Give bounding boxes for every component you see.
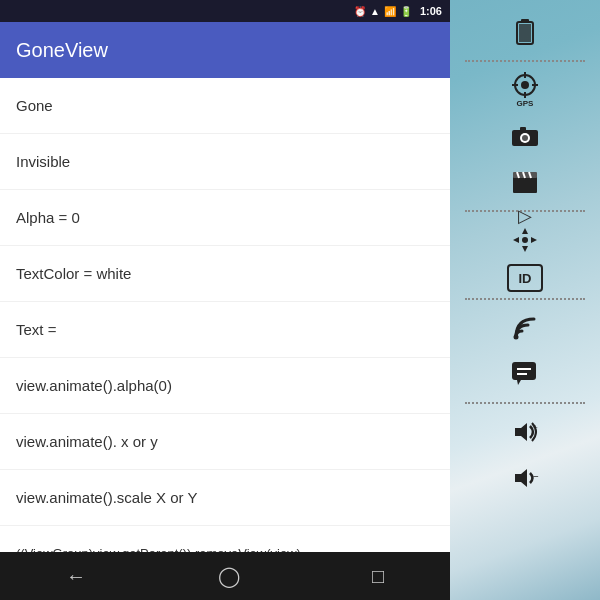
move-icon[interactable] [503, 218, 547, 262]
svg-marker-28 [515, 423, 527, 441]
status-bar: ⏰ ▲ 📶 🔋 1:06 [0, 0, 450, 22]
svg-marker-20 [513, 237, 519, 243]
svg-marker-21 [531, 237, 537, 243]
list-item: Invisible [0, 134, 450, 190]
phone-content: GoneView Gone Invisible Alpha = 0 TextCo… [0, 0, 450, 570]
back-button[interactable]: ← [66, 565, 86, 588]
wifi-icon: ▲ [370, 6, 380, 17]
list-item-text-eq: Text = [0, 302, 450, 358]
id-label: ID [519, 271, 532, 286]
svg-point-11 [522, 135, 528, 141]
home-button[interactable]: ◯ [218, 564, 240, 588]
chat-icon[interactable] [503, 352, 547, 396]
separator-1 [465, 60, 585, 62]
list-item: view.animate(). x or y [0, 414, 450, 470]
svg-rect-1 [521, 19, 529, 23]
recent-button[interactable]: □ [372, 565, 384, 588]
svg-point-22 [522, 237, 528, 243]
svg-point-4 [521, 81, 529, 89]
list-item: TextColor = white [0, 246, 450, 302]
volume-down-icon[interactable]: − [503, 456, 547, 500]
svg-marker-19 [522, 246, 528, 252]
rss-icon[interactable] [503, 306, 547, 350]
battery-status-icon: 🔋 [400, 6, 412, 17]
svg-marker-25 [517, 380, 521, 385]
svg-text:−: − [533, 471, 539, 482]
app-bar: GoneView [0, 22, 450, 78]
svg-rect-2 [519, 24, 531, 42]
gps-icon[interactable]: GPS [503, 68, 547, 112]
alarm-icon: ⏰ [354, 6, 366, 17]
svg-marker-18 [522, 228, 528, 234]
svg-rect-12 [520, 127, 526, 131]
right-sidebar: GPS ID [450, 0, 600, 600]
gps-label: GPS [517, 99, 534, 108]
app-title: GoneView [16, 39, 108, 62]
volume-up-icon[interactable]: + [503, 410, 547, 454]
separator-4 [465, 402, 585, 404]
battery-icon[interactable] [503, 10, 547, 54]
clapboard-icon[interactable] [503, 160, 547, 204]
camera-icon[interactable] [503, 114, 547, 158]
id-icon[interactable]: ID [507, 264, 543, 292]
list-item: view.animate().alpha(0) [0, 358, 450, 414]
svg-marker-30 [515, 469, 527, 487]
status-icons: ⏰ ▲ 📶 🔋 1:06 [354, 5, 442, 17]
list-item: Alpha = 0 [0, 190, 450, 246]
list-item: Gone [0, 78, 450, 134]
svg-point-23 [514, 335, 519, 340]
list-content: Gone Invisible Alpha = 0 TextColor = whi… [0, 78, 450, 570]
svg-rect-13 [513, 176, 537, 193]
list-item: view.animate().scale X or Y [0, 470, 450, 526]
svg-text:+: + [533, 423, 538, 432]
separator-2 [465, 210, 585, 212]
svg-rect-24 [512, 362, 536, 380]
nav-bar: ← ◯ □ [0, 552, 450, 600]
separator-3 [465, 298, 585, 300]
signal-icon: 📶 [384, 6, 396, 17]
time-display: 1:06 [420, 5, 442, 17]
